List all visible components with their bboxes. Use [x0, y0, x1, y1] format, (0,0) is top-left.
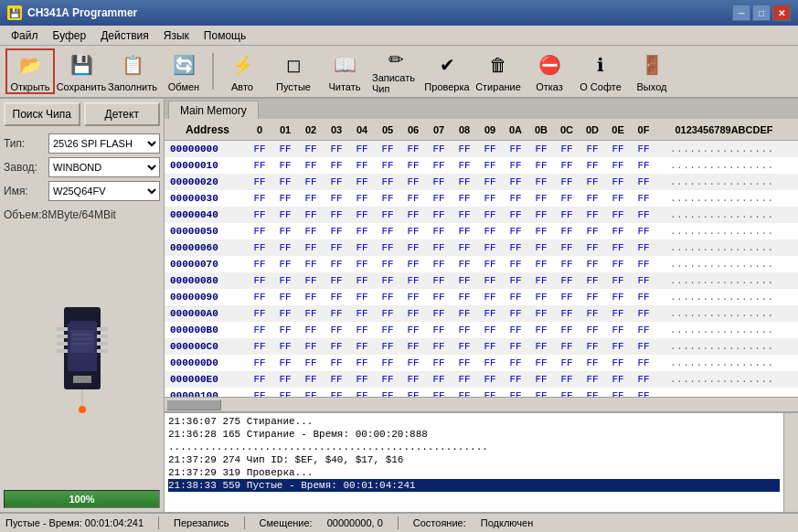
hex-byte-cell[interactable]: FF: [452, 341, 477, 352]
hex-byte-cell[interactable]: FF: [580, 160, 605, 171]
hex-byte-cell[interactable]: FF: [298, 160, 324, 171]
hex-byte-cell[interactable]: FF: [272, 209, 298, 220]
hex-byte-cell[interactable]: FF: [477, 242, 503, 253]
hex-byte-cell[interactable]: FF: [503, 259, 528, 270]
hex-byte-cell[interactable]: FF: [349, 160, 375, 171]
hex-row[interactable]: 00000020FFFFFFFFFFFFFFFFFFFFFFFFFFFFFFFF…: [165, 174, 798, 190]
hex-byte-cell[interactable]: FF: [247, 160, 272, 171]
hex-byte-cell[interactable]: FF: [426, 144, 452, 154]
hex-byte-cell[interactable]: FF: [554, 390, 580, 397]
hex-byte-cell[interactable]: FF: [272, 390, 298, 397]
hex-byte-cell[interactable]: FF: [298, 242, 324, 253]
hex-byte-cell[interactable]: FF: [247, 176, 272, 187]
hex-byte-cell[interactable]: FF: [503, 390, 528, 397]
hex-byte-cell[interactable]: FF: [528, 390, 554, 397]
hex-byte-cell[interactable]: FF: [503, 209, 528, 220]
hex-byte-cell[interactable]: FF: [503, 193, 528, 204]
hex-byte-cell[interactable]: FF: [324, 242, 349, 253]
hex-byte-cell[interactable]: FF: [605, 160, 631, 171]
hex-byte-cell[interactable]: FF: [452, 226, 477, 237]
hex-row[interactable]: 00000040FFFFFFFFFFFFFFFFFFFFFFFFFFFFFFFF…: [165, 207, 798, 223]
name-select[interactable]: W25Q64FV: [48, 181, 160, 201]
main-memory-tab[interactable]: Main Memory: [168, 101, 259, 119]
hex-byte-cell[interactable]: FF: [375, 242, 400, 253]
close-button[interactable]: ✕: [772, 5, 791, 21]
hex-byte-cell[interactable]: FF: [605, 226, 631, 237]
hex-byte-cell[interactable]: FF: [605, 308, 631, 319]
hex-byte-cell[interactable]: FF: [554, 193, 580, 204]
hex-byte-cell[interactable]: FF: [452, 209, 477, 220]
hex-byte-cell[interactable]: FF: [324, 374, 349, 385]
hex-byte-cell[interactable]: FF: [375, 308, 400, 319]
hex-byte-cell[interactable]: FF: [324, 193, 349, 204]
hex-byte-cell[interactable]: FF: [298, 390, 324, 397]
hex-byte-cell[interactable]: FF: [247, 357, 272, 368]
hex-byte-cell[interactable]: FF: [349, 341, 375, 352]
hex-byte-cell[interactable]: FF: [554, 209, 580, 220]
hex-byte-cell[interactable]: FF: [580, 176, 605, 187]
hex-byte-cell[interactable]: FF: [631, 144, 656, 154]
hex-byte-cell[interactable]: FF: [349, 390, 375, 397]
hex-byte-cell[interactable]: FF: [298, 275, 324, 286]
hex-rows-container[interactable]: 00000000FFFFFFFFFFFFFFFFFFFFFFFFFFFFFFFF…: [165, 141, 798, 397]
hex-byte-cell[interactable]: FF: [503, 308, 528, 319]
hex-byte-cell[interactable]: FF: [375, 259, 400, 270]
hex-byte-cell[interactable]: FF: [426, 390, 452, 397]
hex-byte-cell[interactable]: FF: [247, 390, 272, 397]
hex-byte-cell[interactable]: FF: [349, 176, 375, 187]
hex-byte-cell[interactable]: FF: [631, 374, 656, 385]
hex-byte-cell[interactable]: FF: [247, 374, 272, 385]
hex-byte-cell[interactable]: FF: [503, 357, 528, 368]
hex-byte-cell[interactable]: FF: [400, 374, 426, 385]
toolbar-btn-сохранить[interactable]: 💾Сохранить: [57, 48, 106, 94]
hex-byte-cell[interactable]: FF: [631, 275, 656, 286]
hex-byte-cell[interactable]: FF: [375, 226, 400, 237]
hex-byte-cell[interactable]: FF: [503, 226, 528, 237]
hex-byte-cell[interactable]: FF: [375, 193, 400, 204]
hex-byte-cell[interactable]: FF: [503, 374, 528, 385]
hex-byte-cell[interactable]: FF: [605, 390, 631, 397]
hex-byte-cell[interactable]: FF: [503, 325, 528, 335]
hex-byte-cell[interactable]: FF: [477, 325, 503, 335]
hex-byte-cell[interactable]: FF: [426, 308, 452, 319]
hex-byte-cell[interactable]: FF: [247, 341, 272, 352]
hex-byte-cell[interactable]: FF: [247, 242, 272, 253]
hex-byte-cell[interactable]: FF: [631, 308, 656, 319]
hex-byte-cell[interactable]: FF: [298, 259, 324, 270]
hex-byte-cell[interactable]: FF: [298, 374, 324, 385]
hex-byte-cell[interactable]: FF: [528, 209, 554, 220]
hex-byte-cell[interactable]: FF: [247, 259, 272, 270]
hex-row[interactable]: 000000B0FFFFFFFFFFFFFFFFFFFFFFFFFFFFFFFF…: [165, 322, 798, 338]
hex-row[interactable]: 00000080FFFFFFFFFFFFFFFFFFFFFFFFFFFFFFFF…: [165, 272, 798, 289]
hex-byte-cell[interactable]: FF: [477, 275, 503, 286]
toolbar-btn-проверка[interactable]: ✔Проверка: [422, 48, 472, 94]
hex-byte-cell[interactable]: FF: [247, 308, 272, 319]
hex-byte-cell[interactable]: FF: [605, 242, 631, 253]
factory-select[interactable]: WINBOND: [48, 157, 160, 177]
hex-byte-cell[interactable]: FF: [605, 374, 631, 385]
hex-byte-cell[interactable]: FF: [324, 226, 349, 237]
hex-byte-cell[interactable]: FF: [272, 374, 298, 385]
hex-row[interactable]: 00000010FFFFFFFFFFFFFFFFFFFFFFFFFFFFFFFF…: [165, 157, 798, 174]
hex-byte-cell[interactable]: FF: [580, 193, 605, 204]
toolbar-btn-записать-чип[interactable]: ✏Записать Чип: [371, 48, 420, 94]
hex-byte-cell[interactable]: FF: [580, 308, 605, 319]
hex-byte-cell[interactable]: FF: [528, 176, 554, 187]
hex-byte-cell[interactable]: FF: [528, 259, 554, 270]
hex-byte-cell[interactable]: FF: [400, 144, 426, 154]
hex-byte-cell[interactable]: FF: [528, 357, 554, 368]
hex-byte-cell[interactable]: FF: [247, 325, 272, 335]
hex-byte-cell[interactable]: FF: [324, 209, 349, 220]
hex-byte-cell[interactable]: FF: [426, 242, 452, 253]
hex-byte-cell[interactable]: FF: [324, 325, 349, 335]
hex-byte-cell[interactable]: FF: [426, 374, 452, 385]
hex-byte-cell[interactable]: FF: [477, 292, 503, 303]
hex-byte-cell[interactable]: FF: [400, 275, 426, 286]
hex-byte-cell[interactable]: FF: [631, 292, 656, 303]
minimize-button[interactable]: ─: [732, 5, 750, 21]
hex-byte-cell[interactable]: FF: [477, 357, 503, 368]
hex-byte-cell[interactable]: FF: [580, 292, 605, 303]
hex-byte-cell[interactable]: FF: [580, 275, 605, 286]
hex-byte-cell[interactable]: FF: [503, 275, 528, 286]
hex-byte-cell[interactable]: FF: [477, 193, 503, 204]
